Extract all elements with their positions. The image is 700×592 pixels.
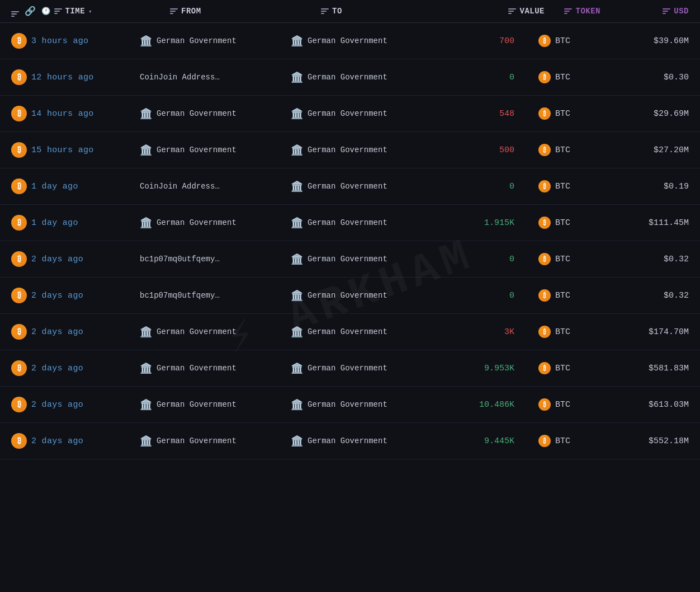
time-value[interactable]: 2 days ago — [31, 364, 83, 373]
from-entity-text[interactable]: bc1p07mq0utfqemy… — [140, 291, 220, 300]
usd-value: $0.30 — [664, 73, 689, 82]
time-value[interactable]: 1 day ago — [31, 182, 78, 191]
filter-all-icon[interactable] — [11, 6, 19, 17]
time-value[interactable]: 2 days ago — [31, 291, 83, 300]
btc-row-icon[interactable]: ₿ — [11, 106, 27, 121]
to-cell: 🏛️German Government — [291, 107, 442, 120]
btc-row-icon[interactable]: ₿ — [11, 33, 27, 49]
token-cell: ₿BTC — [514, 107, 570, 120]
from-entity-text[interactable]: German Government — [157, 218, 237, 227]
from-entity-text[interactable]: German Government — [157, 327, 237, 336]
to-cell: 🏛️German Government — [291, 217, 442, 229]
table-row[interactable]: ₿15 hours ago🏛️German Government🏛️German… — [0, 132, 700, 168]
value-cell: 10.486K — [442, 400, 514, 410]
to-entity-text[interactable]: German Government — [308, 145, 387, 154]
col-time-label[interactable]: TIME — [65, 7, 86, 16]
value-cell: 0 — [442, 255, 514, 264]
token-icon: ₿ — [538, 217, 551, 229]
btc-row-icon[interactable]: ₿ — [11, 397, 27, 412]
time-cell: ₿14 hours ago — [11, 106, 140, 121]
time-value[interactable]: 2 days ago — [31, 436, 83, 446]
btc-row-icon[interactable]: ₿ — [11, 288, 27, 303]
usd-cell: $613.03M — [570, 400, 689, 410]
table-row[interactable]: ₿12 hours agoCoinJoin Address…🏛️German G… — [0, 59, 700, 96]
filter-time-icon[interactable] — [54, 8, 62, 14]
to-entity-text[interactable]: German Government — [308, 182, 387, 191]
link-icon[interactable]: 🔗 — [25, 6, 36, 17]
to-entity-text[interactable]: German Government — [308, 436, 387, 445]
col-token-label[interactable]: TOKEN — [575, 7, 600, 16]
token-icon: ₿ — [538, 289, 551, 302]
filter-from-icon[interactable] — [170, 8, 178, 14]
table-row[interactable]: ₿1 day agoCoinJoin Address…🏛️German Gove… — [0, 168, 700, 205]
chevron-down-icon[interactable]: ▾ — [88, 8, 92, 15]
col-from-label[interactable]: FROM — [181, 7, 201, 16]
table-row[interactable]: ₿2 days ago🏛️German Government🏛️German G… — [0, 314, 700, 350]
time-value[interactable]: 12 hours ago — [31, 73, 94, 82]
time-value[interactable]: 2 days ago — [31, 255, 83, 264]
to-entity-text[interactable]: German Government — [308, 109, 387, 118]
to-entity-text[interactable]: German Government — [308, 400, 387, 409]
value-amount: 548 — [499, 109, 514, 119]
col-header-value: VALUE — [472, 7, 545, 16]
btc-row-icon[interactable]: ₿ — [11, 433, 27, 449]
from-entity-text[interactable]: CoinJoin Address… — [140, 73, 220, 82]
time-cell: ₿2 days ago — [11, 288, 140, 303]
filter-to-icon[interactable] — [321, 8, 329, 14]
from-entity-text[interactable]: German Government — [157, 145, 237, 154]
usd-cell: $174.70M — [570, 327, 689, 337]
table-row[interactable]: ₿2 days ago🏛️German Government🏛️German G… — [0, 387, 700, 423]
to-entity-text[interactable]: German Government — [308, 255, 387, 264]
table-row[interactable]: ₿2 days ago🏛️German Government🏛️German G… — [0, 423, 700, 459]
btc-row-icon[interactable]: ₿ — [11, 69, 27, 85]
time-value[interactable]: 14 hours ago — [31, 109, 94, 119]
btc-row-icon[interactable]: ₿ — [11, 324, 27, 340]
token-cell: ₿BTC — [514, 435, 570, 447]
token-icon: ₿ — [538, 180, 551, 192]
token-cell: ₿BTC — [514, 289, 570, 302]
btc-row-icon[interactable]: ₿ — [11, 360, 27, 376]
btc-row-icon[interactable]: ₿ — [11, 215, 27, 231]
table-row[interactable]: ₿3 hours ago🏛️German Government🏛️German … — [0, 23, 700, 59]
to-entity-text[interactable]: German Government — [308, 73, 387, 82]
time-value[interactable]: 3 hours ago — [31, 36, 88, 46]
time-value[interactable]: 2 days ago — [31, 400, 83, 410]
time-value[interactable]: 1 day ago — [31, 218, 78, 228]
from-entity-text[interactable]: CoinJoin Address… — [140, 182, 220, 191]
from-entity-text[interactable]: German Government — [157, 36, 237, 45]
to-entity-text[interactable]: German Government — [308, 36, 387, 45]
col-usd-label[interactable]: USD — [674, 7, 689, 16]
usd-value: $39.60M — [654, 36, 689, 46]
from-entity-text[interactable]: German Government — [157, 400, 237, 409]
btc-row-icon[interactable]: ₿ — [11, 251, 27, 267]
filter-usd-icon[interactable] — [663, 8, 670, 14]
time-value[interactable]: 2 days ago — [31, 327, 83, 337]
token-cell: ₿BTC — [514, 71, 570, 83]
col-value-label[interactable]: VALUE — [519, 7, 545, 16]
to-entity-icon: 🏛️ — [291, 398, 303, 411]
from-entity-text[interactable]: German Government — [157, 364, 237, 373]
from-entity-icon: 🏛️ — [140, 398, 152, 411]
filter-value-icon[interactable] — [508, 8, 516, 14]
to-entity-text[interactable]: German Government — [308, 327, 387, 336]
usd-value: $552.18M — [649, 436, 689, 446]
btc-row-icon[interactable]: ₿ — [11, 142, 27, 158]
from-entity-text[interactable]: German Government — [157, 436, 237, 445]
to-entity-text[interactable]: German Government — [308, 364, 387, 373]
table-row[interactable]: ₿2 days ago🏛️German Government🏛️German G… — [0, 350, 700, 387]
to-entity-text[interactable]: German Government — [308, 218, 387, 227]
filter-token-icon[interactable] — [564, 8, 572, 14]
col-to-label[interactable]: TO — [332, 7, 342, 16]
token-label: BTC — [555, 327, 570, 337]
to-entity-icon: 🏛️ — [291, 326, 303, 338]
from-entity-text[interactable]: bc1p07mq0utfqemy… — [140, 255, 220, 264]
time-value[interactable]: 15 hours ago — [31, 145, 94, 155]
from-entity-text[interactable]: German Government — [157, 109, 237, 118]
btc-row-icon[interactable]: ₿ — [11, 178, 27, 194]
table-row[interactable]: ₿2 days agobc1p07mq0utfqemy…🏛️German Gov… — [0, 241, 700, 278]
to-entity-text[interactable]: German Government — [308, 291, 387, 300]
table-row[interactable]: ₿1 day ago🏛️German Government🏛️German Go… — [0, 205, 700, 241]
table-row[interactable]: ₿14 hours ago🏛️German Government🏛️German… — [0, 96, 700, 132]
from-entity-icon: 🏛️ — [140, 35, 152, 47]
table-row[interactable]: ₿2 days agobc1p07mq0utfqemy…🏛️German Gov… — [0, 278, 700, 314]
